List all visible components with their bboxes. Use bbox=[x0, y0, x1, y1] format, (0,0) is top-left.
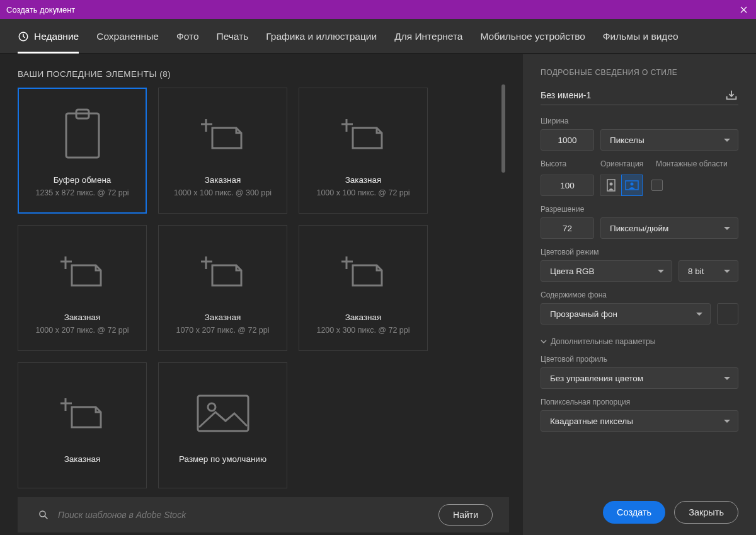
svg-point-5 bbox=[40, 511, 45, 517]
custom-icon bbox=[60, 241, 105, 301]
advanced-toggle[interactable]: Дополнительные параметры bbox=[541, 337, 738, 346]
category-tabs: Недавние Сохраненные Фото Печать Графика… bbox=[0, 19, 756, 54]
preset-dimensions: 1000 x 207 пикс. @ 72 ppi bbox=[35, 326, 129, 335]
preset-label: Заказная bbox=[64, 454, 101, 464]
custom-icon bbox=[60, 383, 105, 443]
tab-photo[interactable]: Фото bbox=[176, 19, 199, 54]
close-icon bbox=[740, 6, 747, 13]
clipboard-icon bbox=[64, 104, 101, 164]
svg-point-4 bbox=[208, 403, 215, 411]
resolution-units-select[interactable]: Пикселы/дюйм bbox=[600, 217, 738, 239]
presets-panel: ВАШИ ПОСЛЕДНИЕ ЭЛЕМЕНТЫ (8) Буфер обмена… bbox=[0, 54, 523, 535]
custom-icon bbox=[201, 241, 245, 301]
units-select[interactable]: Пикселы bbox=[600, 129, 738, 151]
tab-label: Недавние bbox=[34, 31, 79, 42]
preset-label: Буфер обмена bbox=[54, 175, 112, 185]
height-label: Высота bbox=[541, 159, 594, 168]
search-icon bbox=[38, 509, 49, 521]
preset-card[interactable]: Заказная bbox=[18, 362, 147, 488]
tab-film-video[interactable]: Фильмы и видео bbox=[603, 19, 679, 54]
preset-card[interactable]: Заказная1000 x 100 пикс. @ 72 ppi bbox=[299, 88, 428, 214]
preset-label: Заказная bbox=[345, 313, 382, 322]
preset-name-input[interactable] bbox=[541, 90, 718, 100]
svg-point-7 bbox=[610, 183, 613, 186]
width-input[interactable] bbox=[541, 129, 594, 151]
orientation-label: Ориентация bbox=[600, 159, 650, 168]
background-color-swatch[interactable] bbox=[717, 303, 738, 325]
height-input[interactable] bbox=[541, 175, 594, 196]
window-title: Создать документ bbox=[6, 5, 75, 14]
create-button[interactable]: Создать bbox=[603, 501, 665, 524]
pixel-aspect-label: Попиксельная пропорция bbox=[541, 398, 738, 406]
tab-recent[interactable]: Недавние bbox=[18, 19, 79, 54]
resolution-input[interactable] bbox=[541, 217, 594, 239]
tab-label: Фото bbox=[176, 31, 199, 42]
close-window-button[interactable] bbox=[737, 3, 750, 16]
color-profile-select[interactable]: Без управления цветом bbox=[541, 367, 738, 389]
preset-card[interactable]: Буфер обмена1235 x 872 пикс. @ 72 ppi bbox=[18, 88, 147, 214]
preset-dimensions: 1070 x 207 пикс. @ 72 ppi bbox=[176, 326, 269, 335]
pixel-aspect-select[interactable]: Квадратные пикселы bbox=[541, 410, 738, 432]
details-title: ПОДРОБНЫЕ СВЕДЕНИЯ О СТИЛЕ bbox=[541, 68, 738, 77]
preset-card[interactable]: Размер по умолчанию bbox=[158, 362, 287, 488]
tab-web[interactable]: Для Интернета bbox=[394, 19, 462, 54]
width-label: Ширина bbox=[541, 117, 738, 125]
resolution-label: Разрешение bbox=[541, 205, 738, 214]
preset-card[interactable]: Заказная1000 x 100 пикс. @ 300 ppi bbox=[158, 88, 287, 214]
preset-dimensions: 1000 x 100 пикс. @ 72 ppi bbox=[316, 188, 410, 197]
artboards-label: Монтажные области bbox=[656, 159, 738, 168]
background-label: Содержимое фона bbox=[541, 291, 738, 299]
recent-icon bbox=[18, 31, 29, 42]
color-profile-label: Цветовой профиль bbox=[541, 355, 738, 364]
save-preset-button[interactable] bbox=[724, 88, 738, 102]
image-icon bbox=[195, 383, 251, 443]
dialog-footer: Создать Закрыть bbox=[541, 501, 738, 524]
custom-icon bbox=[341, 241, 386, 301]
background-select[interactable]: Прозрачный фон bbox=[541, 303, 711, 325]
bit-depth-select[interactable]: 8 bit bbox=[679, 260, 738, 282]
details-panel: ПОДРОБНЫЕ СВЕДЕНИЯ О СТИЛЕ Ширина Пиксел… bbox=[523, 54, 756, 535]
artboards-checkbox[interactable] bbox=[651, 180, 663, 191]
tab-label: Графика и иллюстрации bbox=[266, 31, 377, 42]
svg-rect-3 bbox=[198, 396, 248, 431]
tab-mobile[interactable]: Мобильное устройство bbox=[480, 19, 585, 54]
chevron-down-icon bbox=[541, 338, 547, 345]
tab-label: Печать bbox=[217, 31, 249, 42]
tab-print[interactable]: Печать bbox=[217, 19, 249, 54]
preset-dimensions: 1200 x 300 пикс. @ 72 ppi bbox=[316, 326, 410, 335]
download-icon bbox=[724, 88, 738, 102]
tab-saved[interactable]: Сохраненные bbox=[96, 19, 159, 54]
orientation-landscape[interactable] bbox=[621, 175, 643, 196]
stock-search-bar: Найти bbox=[18, 497, 509, 532]
title-bar: Создать документ bbox=[0, 0, 756, 19]
stock-search-input[interactable] bbox=[58, 510, 396, 520]
preset-label: Заказная bbox=[205, 313, 241, 322]
tab-art-illustration[interactable]: Графика и иллюстрации bbox=[266, 19, 377, 54]
custom-icon bbox=[201, 104, 245, 164]
tab-label: Сохраненные bbox=[96, 31, 159, 42]
preset-label: Заказная bbox=[64, 313, 101, 322]
preset-card[interactable]: Заказная1200 x 300 пикс. @ 72 ppi bbox=[299, 225, 428, 351]
preset-card[interactable]: Заказная1000 x 207 пикс. @ 72 ppi bbox=[18, 225, 147, 351]
stock-search-button[interactable]: Найти bbox=[438, 504, 493, 526]
orientation-toggle bbox=[600, 175, 643, 196]
preset-dimensions: 1235 x 872 пикс. @ 72 ppi bbox=[35, 188, 129, 197]
preset-card[interactable]: Заказная1070 x 207 пикс. @ 72 ppi bbox=[158, 225, 287, 351]
color-mode-label: Цветовой режим bbox=[541, 248, 738, 256]
presets-grid: Буфер обмена1235 x 872 пикс. @ 72 ppiЗак… bbox=[18, 88, 498, 488]
tab-label: Фильмы и видео bbox=[603, 31, 679, 42]
custom-icon bbox=[341, 104, 386, 164]
tab-label: Для Интернета bbox=[394, 31, 462, 42]
presets-scroll[interactable]: Буфер обмена1235 x 872 пикс. @ 72 ppiЗак… bbox=[18, 88, 509, 488]
color-mode-select[interactable]: Цвета RGB bbox=[541, 260, 672, 282]
orientation-portrait[interactable] bbox=[600, 175, 622, 196]
close-button[interactable]: Закрыть bbox=[674, 501, 738, 524]
svg-point-9 bbox=[631, 183, 634, 186]
scrollbar-thumb[interactable] bbox=[501, 84, 505, 173]
portrait-icon bbox=[605, 179, 617, 192]
preset-label: Размер по умолчанию bbox=[179, 454, 266, 464]
landscape-icon bbox=[625, 180, 639, 190]
main-content: ВАШИ ПОСЛЕДНИЕ ЭЛЕМЕНТЫ (8) Буфер обмена… bbox=[0, 54, 756, 535]
svg-rect-1 bbox=[66, 113, 99, 158]
preset-label: Заказная bbox=[345, 175, 382, 185]
